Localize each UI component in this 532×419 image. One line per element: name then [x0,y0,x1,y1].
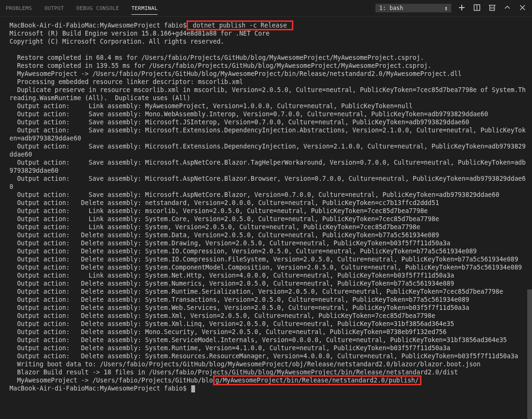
tab-problems[interactable]: PROBLEMS [6,5,32,11]
terminal-selector[interactable]: 1: bash ▴▾ [375,4,451,12]
close-panel-button[interactable] [519,4,526,13]
line-blazor-result: MyAwesomeProject -> /Users/fabio/Project… [9,377,213,384]
new-terminal-button[interactable] [458,4,466,13]
terminal-output[interactable]: MacBook-Air-di-FabioMac:MyAwesomeProject… [0,17,532,419]
scrollbar-thumb[interactable] [527,289,532,419]
highlighted-command: dotnet publish -c Release [187,20,293,30]
highlighted-path: g/MyAwesomeProject/bin/Release/netstanda… [213,375,421,385]
panel-tabbar: PROBLEMS OUTPUT DEBUG CONSOLE TERMINAL 1… [0,0,532,17]
kill-terminal-button[interactable] [488,4,496,13]
panel-root: PROBLEMS OUTPUT DEBUG CONSOLE TERMINAL 1… [0,0,532,419]
split-terminal-button[interactable] [473,4,481,13]
prompt-1: MacBook-Air-di-FabioMac:MyAwesomeProject… [9,22,187,29]
maximize-panel-button[interactable] [504,4,511,13]
terminal-toolbar [458,4,526,13]
panel-tabs: PROBLEMS OUTPUT DEBUG CONSOLE TERMINAL [6,5,158,11]
tab-debug-console[interactable]: DEBUG CONSOLE [76,5,119,11]
tab-terminal[interactable]: TERMINAL [131,5,158,15]
terminal-selector-label: 1: bash [379,5,403,11]
prompt-2: MacBook-Air-di-FabioMac:MyAwesomeProject… [9,385,190,392]
terminal-body: Microsoft (R) Build Engine version 15.8.… [9,30,526,376]
updown-icon: ▴▾ [445,6,448,10]
tab-output[interactable]: OUTPUT [44,5,64,11]
cursor [191,385,195,392]
